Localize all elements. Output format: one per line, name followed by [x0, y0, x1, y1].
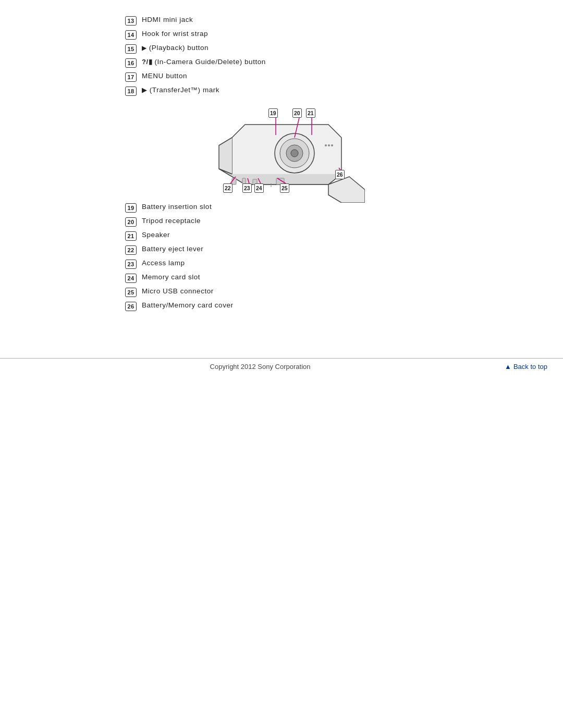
camera-diagram: 19 20 21 22 23 24 25 26 — [198, 106, 365, 203]
items-list-bottom: 19Battery insertion slot20Tripod recepta… — [125, 203, 438, 311]
list-item: 25Micro USB connector — [125, 287, 438, 297]
num-badge: 25 — [125, 288, 137, 297]
content-area: 13HDMI mini jack14Hook for wrist strap15… — [0, 0, 563, 337]
back-to-top-label: Back to top — [513, 363, 547, 371]
num-badge: 24 — [125, 274, 137, 283]
item-text: ?/▮ (In-Camera Guide/Delete) button — [142, 58, 266, 66]
svg-point-3 — [291, 150, 298, 157]
item-text: Memory card slot — [142, 273, 200, 281]
num-badge: 13 — [125, 16, 137, 26]
items-list-top: 13HDMI mini jack14Hook for wrist strap15… — [125, 16, 438, 96]
page-wrapper: 13HDMI mini jack14Hook for wrist strap15… — [0, 0, 563, 728]
item-text: Tripod receptacle — [142, 217, 201, 225]
svg-point-4 — [325, 144, 327, 146]
item-text: Micro USB connector — [142, 287, 214, 295]
diag-label-26: 26 — [335, 170, 345, 179]
list-item: 14Hook for wrist strap — [125, 30, 438, 40]
num-badge: 19 — [125, 203, 137, 213]
num-badge: 15 — [125, 44, 137, 54]
list-item: 18▶ (TransferJet™) mark — [125, 86, 438, 96]
list-item: 13HDMI mini jack — [125, 16, 438, 26]
item-text: Battery eject lever — [142, 245, 203, 253]
diag-label-19: 19 — [268, 108, 278, 118]
list-item: 26Battery/Memory card cover — [125, 301, 438, 311]
num-badge: 20 — [125, 217, 137, 227]
diag-label-22: 22 — [223, 183, 232, 193]
item-text: Hook for wrist strap — [142, 30, 208, 38]
num-badge: 14 — [125, 30, 137, 40]
list-item: 20Tripod receptacle — [125, 217, 438, 227]
list-item: 23Access lamp — [125, 259, 438, 269]
item-text: Battery insertion slot — [142, 203, 212, 211]
back-to-top-link[interactable]: ▲ Back to top — [505, 363, 547, 371]
footer: Copyright 2012 Sony Corporation ▲ Back t… — [0, 358, 563, 371]
diag-label-25: 25 — [280, 183, 289, 193]
num-badge: 22 — [125, 245, 137, 255]
svg-point-5 — [328, 144, 330, 146]
item-text: Speaker — [142, 231, 170, 239]
list-item: 16?/▮ (In-Camera Guide/Delete) button — [125, 58, 438, 68]
diag-label-24: 24 — [254, 183, 264, 193]
item-text: HDMI mini jack — [142, 16, 193, 23]
item-text: ▶ (TransferJet™) mark — [142, 86, 219, 94]
svg-point-6 — [331, 144, 333, 146]
num-badge: 16 — [125, 58, 137, 68]
list-item: 22Battery eject lever — [125, 245, 438, 255]
item-text: MENU button — [142, 72, 187, 80]
num-badge: 18 — [125, 87, 137, 96]
copyright-text: Copyright 2012 Sony Corporation — [16, 363, 505, 371]
num-badge: 26 — [125, 302, 137, 311]
diag-label-23: 23 — [242, 183, 252, 193]
list-item: 24Memory card slot — [125, 273, 438, 283]
item-text: Battery/Memory card cover — [142, 301, 234, 309]
item-text: Access lamp — [142, 259, 185, 267]
num-badge: 23 — [125, 260, 137, 269]
back-to-top-arrow: ▲ — [505, 363, 511, 371]
list-item: 17MENU button — [125, 72, 438, 82]
num-badge: 17 — [125, 72, 137, 82]
list-item: 19Battery insertion slot — [125, 203, 438, 213]
item-text: ▶ (Playback) button — [142, 44, 209, 52]
list-item: 15▶ (Playback) button — [125, 44, 438, 54]
diag-label-20: 20 — [292, 108, 302, 118]
diag-label-21: 21 — [306, 108, 315, 118]
num-badge: 21 — [125, 231, 137, 241]
list-item: 21Speaker — [125, 231, 438, 241]
